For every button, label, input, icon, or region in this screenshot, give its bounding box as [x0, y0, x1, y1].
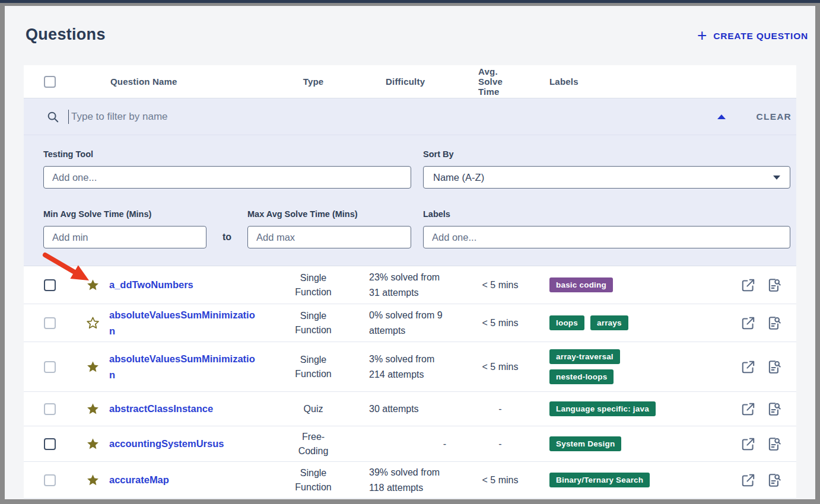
open-question-icon[interactable]: [740, 436, 756, 452]
row-checkbox[interactable]: [44, 438, 56, 450]
row-checkbox[interactable]: [44, 474, 56, 486]
question-labels: loopsarrays: [533, 312, 733, 334]
avg-solve-time: < 5 mins: [468, 362, 533, 372]
question-type: Single Function: [260, 309, 367, 337]
row-checkbox[interactable]: [44, 317, 56, 329]
label-badge: Language specific: java: [549, 401, 656, 416]
preview-question-icon[interactable]: [767, 359, 782, 375]
question-type: Single Function: [260, 466, 367, 495]
question-difficulty: 30 attempts: [367, 401, 468, 417]
search-icon: [46, 110, 59, 123]
star-icon: [86, 402, 100, 416]
table-row: accountingSystemUrsus Free-Coding - - Sy…: [24, 426, 796, 462]
clear-filters-button[interactable]: CLEAR: [757, 111, 792, 122]
min-solve-time-input[interactable]: [43, 226, 206, 248]
avg-solve-time: -: [468, 439, 533, 449]
column-header-avg-solve-time: Avg. Solve Time: [468, 66, 533, 97]
open-question-icon[interactable]: [740, 473, 756, 488]
question-difficulty: 0% solved from 9 attempts: [367, 308, 468, 339]
star-toggle[interactable]: [76, 402, 109, 416]
star-toggle[interactable]: [76, 473, 109, 487]
avg-solve-time: < 5 mins: [468, 475, 533, 486]
open-question-icon[interactable]: [740, 359, 756, 375]
chevron-up-icon: [717, 114, 726, 119]
question-labels: Binary/Ternary Search: [533, 469, 733, 491]
table-body: a_ddTwoNumbers Single Function 23% solve…: [24, 266, 796, 499]
row-checkbox[interactable]: [44, 279, 56, 291]
row-checkbox[interactable]: [44, 403, 56, 415]
open-question-icon[interactable]: [740, 315, 756, 331]
questions-page: Questions + CREATE QUESTION Question Nam…: [5, 6, 815, 499]
star-toggle[interactable]: [76, 437, 109, 451]
preview-question-icon[interactable]: [767, 473, 782, 488]
question-labels: basic coding: [533, 274, 733, 296]
star-toggle[interactable]: [76, 278, 109, 292]
row-checkbox[interactable]: [44, 361, 56, 373]
question-labels: array-traversalnested-loops: [533, 346, 733, 388]
questions-table-card: Question Name Type Difficulty Avg. Solve…: [24, 65, 796, 499]
labels-filter-label: Labels: [423, 209, 450, 219]
chevron-down-icon: [773, 176, 780, 180]
column-header-labels: Labels: [533, 76, 733, 87]
open-question-icon[interactable]: [740, 401, 756, 417]
label-badge: nested-loops: [549, 369, 614, 384]
question-difficulty: 3% solved from 214 attempts: [367, 352, 468, 382]
avg-solve-time: -: [468, 404, 533, 414]
open-question-icon[interactable]: [740, 277, 756, 293]
star-toggle[interactable]: [76, 316, 109, 330]
column-header-difficulty: Difficulty: [367, 76, 468, 87]
preview-question-icon[interactable]: [767, 401, 782, 417]
question-name-link[interactable]: absoluteValuesSumMinimization: [109, 307, 260, 339]
search-input[interactable]: [70, 110, 705, 123]
create-question-label: CREATE QUESTION: [713, 31, 808, 42]
testing-tool-input[interactable]: [43, 166, 411, 189]
star-icon: [86, 316, 100, 330]
create-question-button[interactable]: + CREATE QUESTION: [697, 31, 808, 42]
filter-panel: Testing Tool Sort By Name (A-Z) Min Avg …: [24, 135, 796, 266]
table-row: abstractClassInstance Quiz 30 attempts -…: [24, 392, 796, 426]
table-row: absoluteValuesSumMinimization Single Fun…: [24, 304, 796, 342]
label-badge: arrays: [590, 315, 628, 330]
table-header-row: Question Name Type Difficulty Avg. Solve…: [24, 65, 796, 98]
question-name-link[interactable]: absoluteValuesSumMinimization: [109, 351, 260, 383]
preview-question-icon[interactable]: [767, 436, 782, 452]
question-difficulty: 23% solved from 31 attempts: [367, 270, 468, 301]
preview-question-icon[interactable]: [767, 277, 782, 293]
preview-question-icon[interactable]: [767, 315, 782, 331]
question-labels: Language specific: java: [533, 398, 733, 420]
table-row: absoluteValuesSumMinimization Single Fun…: [24, 342, 796, 392]
star-icon: [86, 473, 100, 487]
question-type: Free-Coding: [260, 430, 367, 458]
sort-by-select[interactable]: Name (A-Z): [423, 166, 790, 189]
column-header-question-name: Question Name: [109, 76, 260, 87]
to-label: to: [223, 232, 231, 243]
question-difficulty: -: [367, 436, 468, 452]
question-difficulty: 39% solved from 118 attempts: [367, 465, 468, 496]
labels-filter-input[interactable]: [423, 226, 790, 248]
text-caret: [68, 110, 69, 124]
question-name-link[interactable]: abstractClassInstance: [109, 401, 217, 417]
funnel-icon: [705, 111, 711, 122]
window-top-bar: [0, 0, 820, 3]
question-name-link[interactable]: a_ddTwoNumbers: [109, 277, 197, 293]
star-icon: [86, 437, 100, 451]
question-type: Single Function: [260, 271, 367, 299]
column-header-type: Type: [260, 76, 367, 87]
question-name-link[interactable]: accurateMap: [109, 472, 173, 488]
question-type: Single Function: [260, 353, 367, 381]
max-solve-time-input[interactable]: [247, 226, 411, 248]
star-icon: [86, 360, 100, 374]
question-type: Quiz: [260, 402, 367, 416]
label-badge: loops: [549, 315, 584, 330]
sort-by-value: Name (A-Z): [433, 172, 484, 183]
select-all-checkbox[interactable]: [44, 76, 56, 88]
question-name-link[interactable]: accountingSystemUrsus: [109, 436, 227, 452]
max-solve-time-label: Max Avg Solve Time (Mins): [247, 209, 358, 219]
filter-collapse-toggle[interactable]: [705, 111, 726, 122]
table-row: a_ddTwoNumbers Single Function 23% solve…: [24, 266, 796, 304]
table-row: accurateMap Single Function 39% solved f…: [24, 462, 796, 499]
star-toggle[interactable]: [76, 360, 109, 374]
plus-icon: +: [697, 30, 707, 42]
page-title: Questions: [26, 25, 106, 44]
label-badge: Binary/Ternary Search: [549, 473, 650, 487]
